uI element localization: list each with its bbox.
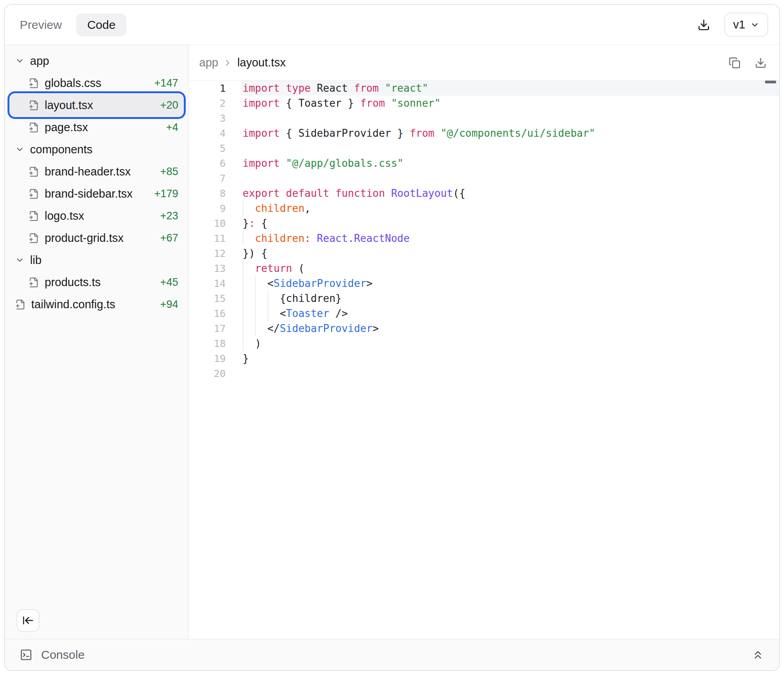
panel-collapse-left-icon (22, 615, 34, 626)
code-line[interactable]: 13 return ( (189, 261, 779, 276)
line-number: 16 (189, 308, 226, 319)
code-text: children, (243, 202, 311, 214)
breadcrumb-folder[interactable]: app (199, 56, 218, 69)
scrollbar-thumb[interactable] (765, 81, 776, 83)
tree-item-label: page.tsx (45, 121, 88, 134)
code-text: import "@/app/globals.css" (243, 157, 403, 169)
file-explorer-sidebar: appglobals.css+147layout.tsx+20page.tsx+… (5, 45, 189, 639)
chevron-down-icon (15, 145, 24, 154)
terminal-icon (20, 649, 32, 661)
console-label: Console (41, 648, 85, 662)
added-lines-badge: +23 (160, 210, 183, 222)
code-line[interactable]: 10}: { (189, 216, 779, 231)
tree-folder-components[interactable]: components (10, 138, 183, 160)
tree-item-label: tailwind.config.ts (31, 298, 115, 311)
line-number: 8 (189, 188, 226, 199)
copy-icon[interactable] (729, 57, 741, 69)
code-line[interactable]: 6import "@/app/globals.css" (189, 156, 779, 171)
code-line[interactable]: 8export default function RootLayout({ (189, 186, 779, 201)
file-plus-icon (28, 166, 39, 177)
added-lines-badge: +94 (160, 298, 183, 311)
code-line[interactable]: 17 </SidebarProvider> (189, 321, 779, 336)
code-line[interactable]: 20 (189, 366, 779, 381)
code-line[interactable]: 4import { SidebarProvider } from "@/comp… (189, 126, 779, 141)
tree-file-layout.tsx[interactable]: layout.tsx+20 (10, 94, 183, 116)
version-label: v1 (733, 18, 745, 31)
tab-preview[interactable]: Preview (20, 18, 62, 32)
tree-item-label: brand-header.tsx (45, 165, 131, 178)
chevron-right-icon (223, 58, 232, 68)
tree-item-label: logo.tsx (45, 209, 84, 222)
line-number: 11 (189, 233, 226, 244)
top-bar: Preview Code v1 (5, 5, 779, 45)
line-number: 3 (189, 113, 226, 124)
file-plus-icon (28, 277, 39, 288)
console-bar[interactable]: Console (5, 639, 779, 670)
tree-item-label: product-grid.tsx (45, 232, 124, 245)
download-icon[interactable] (697, 19, 710, 31)
added-lines-badge: +20 (160, 99, 183, 111)
tree-folder-lib[interactable]: lib (10, 249, 183, 271)
line-number: 15 (189, 293, 226, 304)
code-line[interactable]: 15 {children} (189, 291, 779, 306)
line-number: 17 (189, 323, 226, 334)
tree-file-product-grid.tsx[interactable]: product-grid.tsx+67 (10, 227, 183, 249)
code-line[interactable]: 16 <Toaster /> (189, 306, 779, 321)
file-tree: appglobals.css+147layout.tsx+20page.tsx+… (5, 50, 188, 315)
code-line[interactable]: 11 children: React.ReactNode (189, 231, 779, 246)
topbar-actions: v1 (697, 13, 768, 37)
code-actions (729, 57, 767, 69)
tree-file-globals.css[interactable]: globals.css+147 (10, 72, 183, 94)
code-line[interactable]: 19} (189, 351, 779, 366)
added-lines-badge: +85 (160, 166, 183, 178)
code-text: children: React.ReactNode (243, 232, 410, 244)
code-editor-window: Preview Code v1 appglobals.css+147layout… (4, 4, 780, 671)
version-dropdown[interactable]: v1 (724, 13, 768, 37)
code-text: }) { (243, 247, 268, 259)
code-line[interactable]: 14 <SidebarProvider> (189, 276, 779, 291)
main-area: appglobals.css+147layout.tsx+20page.tsx+… (5, 45, 779, 639)
chevrons-up-icon[interactable] (752, 649, 764, 661)
tree-file-page.tsx[interactable]: page.tsx+4 (10, 116, 183, 138)
tree-item-label: lib (30, 254, 41, 267)
line-number: 12 (189, 248, 226, 259)
file-plus-icon (28, 211, 39, 221)
code-line[interactable]: 3 (189, 111, 779, 126)
line-number: 10 (189, 218, 226, 229)
added-lines-badge: +67 (160, 232, 183, 244)
line-number: 13 (189, 263, 226, 274)
collapse-sidebar-button[interactable] (17, 609, 40, 632)
tab-code[interactable]: Code (76, 13, 127, 36)
file-plus-icon (28, 233, 39, 243)
tree-item-label: products.ts (45, 276, 101, 289)
tree-file-brand-header.tsx[interactable]: brand-header.tsx+85 (10, 160, 183, 183)
line-number: 14 (189, 278, 226, 289)
chevron-down-icon (15, 56, 24, 66)
code-line[interactable]: 7 (189, 171, 779, 186)
tree-file-products.ts[interactable]: products.ts+45 (10, 271, 183, 293)
tree-file-tailwind.config.ts[interactable]: tailwind.config.ts+94 (10, 293, 183, 315)
code-text: import { Toaster } from "sonner" (243, 97, 441, 109)
file-plus-icon (28, 189, 39, 199)
tree-file-logo.tsx[interactable]: logo.tsx+23 (10, 205, 183, 227)
code-editor[interactable]: 1import type React from "react"2import {… (189, 81, 779, 639)
added-lines-badge: +45 (160, 276, 183, 288)
line-number: 18 (189, 338, 226, 349)
code-text: </SidebarProvider> (243, 322, 379, 334)
tree-folder-app[interactable]: app (10, 50, 183, 72)
code-line[interactable]: 2import { Toaster } from "sonner" (189, 96, 779, 111)
code-lines: 1import type React from "react"2import {… (189, 81, 779, 381)
line-number: 19 (189, 353, 226, 364)
code-line[interactable]: 5 (189, 141, 779, 156)
code-line[interactable]: 9 children, (189, 201, 779, 216)
added-lines-badge: +4 (166, 121, 183, 134)
tree-file-brand-sidebar.tsx[interactable]: brand-sidebar.tsx+179 (10, 183, 183, 205)
code-text: import type React from "react" (243, 82, 428, 94)
code-line[interactable]: 12}) { (189, 246, 779, 261)
download-file-icon[interactable] (755, 57, 767, 69)
code-line[interactable]: 1import type React from "react" (189, 81, 779, 96)
code-text: } (243, 353, 249, 364)
tree-item-label: app (30, 55, 49, 68)
line-number: 6 (189, 158, 226, 169)
code-line[interactable]: 18 ) (189, 336, 779, 351)
